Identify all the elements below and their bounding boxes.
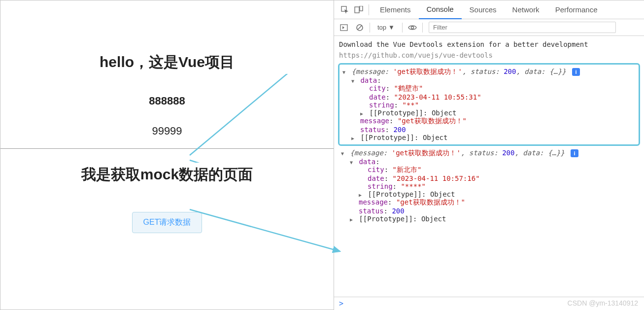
- caret-down-icon[interactable]: [351, 76, 356, 84]
- object-prop: date: "2023-04-11 10:55:31": [369, 93, 636, 101]
- number-plain: 99999: [152, 125, 182, 138]
- console-output: Download the Vue Devtools extension for …: [334, 36, 644, 297]
- separator: [370, 23, 370, 33]
- tab-network[interactable]: Network: [505, 0, 547, 19]
- object-prop: date: "2023-04-11 10:57:16": [368, 174, 637, 182]
- object-proto[interactable]: [[Prototype]]: Object: [359, 190, 637, 198]
- console-banner-line: Download the Vue Devtools extension for …: [334, 39, 644, 50]
- tab-performance[interactable]: Performance: [547, 0, 606, 19]
- context-label: top: [377, 24, 386, 31]
- clear-console-icon[interactable]: [354, 22, 366, 34]
- console-object-highlight: {message: 'get获取数据成功！', status: 200, dat…: [338, 63, 640, 146]
- svg-line-5: [358, 26, 362, 30]
- sidebar-toggle-icon[interactable]: [338, 22, 350, 34]
- svg-point-6: [411, 26, 413, 29]
- object-prop[interactable]: data:: [351, 76, 636, 84]
- caret-right-icon[interactable]: [351, 134, 356, 141]
- object-proto[interactable]: [[Prototype]]: Object: [360, 109, 636, 117]
- separator: [369, 4, 369, 15]
- caret-down-icon[interactable]: [341, 149, 346, 157]
- object-summary[interactable]: {message: 'get获取数据成功！', status: 200, dat…: [341, 149, 637, 158]
- device-toggle-icon[interactable]: [352, 3, 366, 17]
- filter-input[interactable]: [429, 22, 616, 33]
- console-toolbar: top ▼: [334, 19, 644, 36]
- caret-right-icon[interactable]: [359, 190, 364, 198]
- app-viewport: hello，这是Vue项目 888888 99999 我是获取mock数据的页面…: [0, 0, 334, 310]
- number-bold: 888888: [149, 95, 185, 107]
- object-prop: city: "新北市": [368, 166, 637, 174]
- info-icon[interactable]: i: [572, 68, 580, 76]
- object-prop: message: "get获取数据成功！": [360, 117, 636, 126]
- object-prop[interactable]: data:: [350, 158, 637, 166]
- object-prop: status: 200: [360, 126, 636, 134]
- svg-rect-2: [360, 6, 363, 11]
- caret-down-icon[interactable]: [350, 158, 355, 166]
- eye-icon[interactable]: [407, 22, 418, 34]
- object-prop: string: "**": [369, 101, 636, 109]
- chevron-down-icon: ▼: [388, 24, 395, 31]
- page-title: hello，这是Vue项目: [100, 52, 235, 72]
- separator: [402, 23, 403, 33]
- watermark: CSDN @ym-13140912: [568, 299, 638, 307]
- devtools-tabbar: Elements Console Sources Network Perform…: [334, 0, 644, 19]
- devtools-panel: Elements Console Sources Network Perform…: [334, 0, 644, 310]
- object-proto[interactable]: [[Prototype]]: Object: [350, 215, 637, 223]
- tab-console[interactable]: Console: [419, 0, 462, 19]
- caret-right-icon[interactable]: [350, 215, 355, 223]
- caret-right-icon[interactable]: [360, 109, 365, 117]
- tab-sources[interactable]: Sources: [462, 0, 505, 19]
- caret-down-icon[interactable]: [342, 68, 347, 75]
- context-selector[interactable]: top ▼: [374, 22, 398, 33]
- svg-rect-1: [355, 7, 359, 13]
- separator: [422, 23, 423, 33]
- object-prop: city: "鹤壁市": [369, 84, 636, 93]
- inspect-icon[interactable]: [338, 3, 352, 17]
- section-title: 我是获取mock数据的页面: [81, 165, 253, 185]
- console-banner-link[interactable]: https://github.com/vuejs/vue-devtools: [334, 50, 644, 61]
- info-icon[interactable]: i: [571, 149, 578, 157]
- object-summary[interactable]: {message: 'get获取数据成功！', status: 200, dat…: [342, 68, 636, 76]
- tab-elements[interactable]: Elements: [372, 0, 419, 19]
- get-request-button[interactable]: GET请求数据: [132, 212, 203, 233]
- object-prop: status: 200: [359, 207, 637, 215]
- object-proto[interactable]: [[Prototype]]: Object: [351, 134, 636, 141]
- object-prop: message: "get获取数据成功！": [359, 198, 637, 207]
- object-prop: string: "****": [368, 182, 637, 190]
- console-object: {message: 'get获取数据成功！', status: 200, dat…: [338, 148, 640, 224]
- divider: [0, 148, 334, 149]
